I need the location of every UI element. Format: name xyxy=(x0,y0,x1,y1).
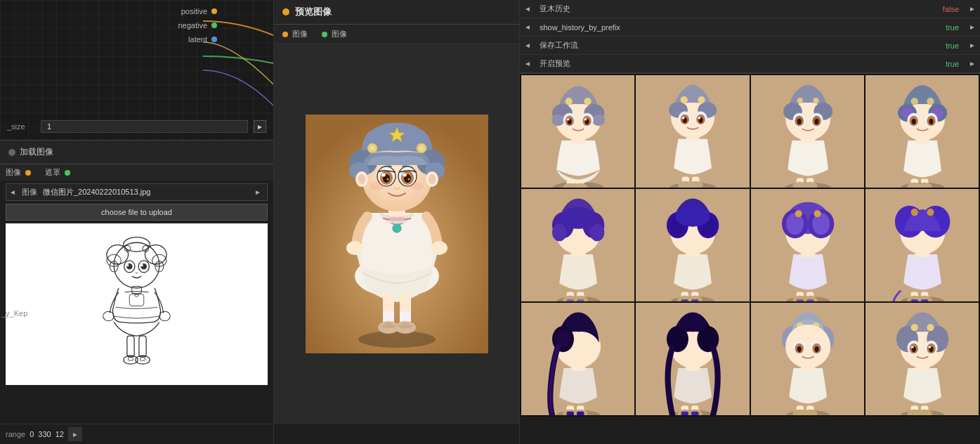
prop-value-3: true xyxy=(922,60,965,68)
svg-point-192 xyxy=(814,210,821,217)
svg-rect-163 xyxy=(567,299,574,301)
svg-rect-223 xyxy=(567,412,574,415)
svg-point-158 xyxy=(560,207,596,229)
preview-status-dot xyxy=(282,8,289,15)
status-dot xyxy=(8,149,15,156)
preview-character-svg xyxy=(306,115,488,353)
mask-green-dot xyxy=(65,170,70,176)
grid-cell-9[interactable] xyxy=(636,303,749,415)
grid-cell-6[interactable] xyxy=(751,189,864,301)
grid-cell-3[interactable] xyxy=(865,75,979,188)
size-value[interactable]: 1 xyxy=(41,120,248,133)
svg-point-136 xyxy=(910,98,917,105)
input-image-conn: 图像 xyxy=(322,29,347,39)
negative-connector-row: negative xyxy=(178,21,217,30)
prop-arrow-3-left[interactable]: ◄ xyxy=(520,60,535,67)
svg-point-76 xyxy=(566,98,573,105)
svg-point-61 xyxy=(410,182,424,190)
range-value-1: 0 xyxy=(30,430,34,438)
size-increment-btn[interactable]: ► xyxy=(254,120,266,133)
prop-arrow-3-right[interactable]: ► xyxy=(965,60,980,67)
connectors-row: 图像 图像 xyxy=(274,25,519,44)
size-control: _size 1 ► xyxy=(7,120,266,133)
prop-value-1: true xyxy=(922,23,965,32)
prop-arrow-1-left[interactable]: ◄ xyxy=(520,23,535,31)
prop-row-2: ◄ 保存工作流 true ► xyxy=(520,37,980,55)
upload-button[interactable]: choose file to upload xyxy=(6,204,268,221)
prop-name-0: 亚木历史 xyxy=(535,4,922,14)
svg-rect-180 xyxy=(681,299,688,301)
svg-point-191 xyxy=(795,210,802,217)
grid-cell-4[interactable] xyxy=(521,189,634,301)
svg-rect-211 xyxy=(910,299,917,301)
svg-point-97 xyxy=(698,96,705,103)
svg-point-57 xyxy=(407,178,410,181)
load-image-title: 加载图像 xyxy=(20,146,53,158)
svg-rect-197 xyxy=(796,299,803,301)
range-label: range xyxy=(6,430,25,438)
prop-arrow-0-left[interactable]: ◄ xyxy=(520,5,535,13)
prop-row-1: ◄ show_history_by_prefix true ► xyxy=(520,18,980,37)
input-green-dot xyxy=(322,32,327,37)
right-panel: ◄ 亚木历史 false ► ◄ show_history_by_prefix … xyxy=(520,0,980,444)
svg-point-40 xyxy=(370,146,374,150)
svg-point-13 xyxy=(126,264,129,266)
preview-header: 预览图像 xyxy=(274,0,519,25)
svg-point-85 xyxy=(584,118,587,120)
node-filename: 微信图片_20240222010513.jpg xyxy=(43,187,251,197)
grid-cell-0[interactable] xyxy=(521,75,634,188)
svg-point-30 xyxy=(393,224,401,233)
bottom-controls: range 0 330 12 ► xyxy=(0,424,273,444)
svg-point-105 xyxy=(698,117,701,119)
svg-point-96 xyxy=(681,96,688,103)
grid-cell-2[interactable] xyxy=(751,75,864,188)
prop-arrow-2-left[interactable]: ◄ xyxy=(520,41,535,49)
output-orange-dot xyxy=(282,32,288,37)
connector-labels: positive negative latent xyxy=(178,7,217,44)
svg-point-155 xyxy=(590,224,605,242)
image-grid xyxy=(520,74,980,417)
grid-cell-5[interactable] xyxy=(636,189,749,301)
positive-connector-row: positive xyxy=(178,7,217,15)
svg-point-42 xyxy=(419,146,424,150)
prop-arrow-1-right[interactable]: ► xyxy=(965,23,980,31)
middle-panel: 预览图像 图像 图像 xyxy=(274,0,520,444)
grid-cell-8[interactable] xyxy=(521,303,634,415)
positive-dot xyxy=(211,8,217,14)
svg-point-252 xyxy=(814,346,818,352)
prop-row-3: ◄ 开启预览 true ► xyxy=(520,55,980,73)
image-node-row: ◄ 图像 微信图片_20240222010513.jpg ► xyxy=(6,183,268,201)
svg-point-264 xyxy=(927,324,934,331)
props-bar: ◄ 亚木历史 false ► ◄ show_history_by_prefix … xyxy=(520,0,980,74)
node-type-label: 图像 xyxy=(19,187,40,197)
prop-arrow-2-right[interactable]: ► xyxy=(965,41,980,49)
sidebar-text-label: _y_Kep xyxy=(1,309,27,318)
svg-point-205 xyxy=(910,209,917,216)
svg-point-32 xyxy=(431,241,447,255)
grid-cell-10[interactable] xyxy=(751,303,864,415)
prop-arrow-0-right[interactable]: ► xyxy=(965,5,980,13)
svg-point-142 xyxy=(911,119,915,124)
node-prev-btn[interactable]: ◄ xyxy=(9,188,16,196)
sketch-svg xyxy=(6,223,268,385)
grid-cell-11[interactable] xyxy=(865,303,979,415)
grid-cell-1[interactable] xyxy=(636,75,749,188)
svg-point-75 xyxy=(592,115,606,126)
negative-dot xyxy=(211,22,217,28)
svg-point-31 xyxy=(346,241,363,255)
svg-point-143 xyxy=(929,119,933,124)
grid-cell-7[interactable] xyxy=(865,189,979,301)
bottom-arrow-btn[interactable]: ► xyxy=(68,427,82,441)
svg-point-137 xyxy=(927,98,934,105)
svg-point-45 xyxy=(358,174,365,184)
prop-value-0: false xyxy=(922,5,965,13)
svg-point-55 xyxy=(403,174,407,177)
svg-point-28 xyxy=(358,331,436,348)
svg-point-271 xyxy=(910,346,913,348)
svg-point-246 xyxy=(785,325,830,368)
node-next-btn[interactable]: ► xyxy=(254,188,261,196)
size-label: _size xyxy=(7,122,35,131)
latent-dot xyxy=(211,37,217,42)
latent-connector-row: latent xyxy=(178,35,217,44)
left-panel: positive negative latent _size 1 ► 加载图像 … xyxy=(0,0,274,444)
